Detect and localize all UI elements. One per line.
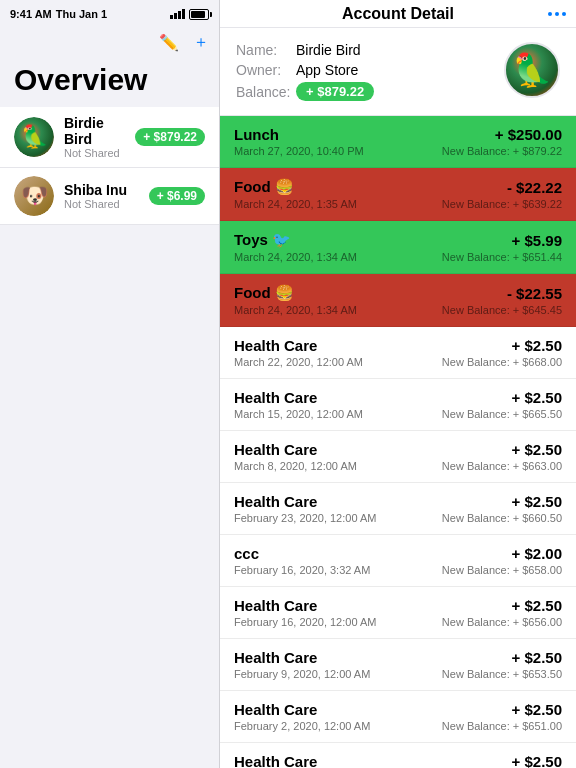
overview-title: Overview bbox=[0, 57, 219, 107]
transaction-item[interactable]: Health Care + $2.50 February 9, 2020, 12… bbox=[220, 639, 576, 691]
transaction-item[interactable]: Food 🍔 - $22.55 March 24, 2020, 1:34 AM … bbox=[220, 274, 576, 327]
transaction-category: Health Care bbox=[234, 337, 317, 354]
transaction-new-balance: New Balance: + $663.00 bbox=[442, 460, 562, 472]
transaction-item[interactable]: Health Care + $2.50 March 8, 2020, 12:00… bbox=[220, 431, 576, 483]
transaction-item[interactable]: Lunch + $250.00 March 27, 2020, 10:40 PM… bbox=[220, 116, 576, 168]
battery-icon bbox=[189, 9, 209, 20]
account-badge-birdie: + $879.22 bbox=[135, 128, 205, 146]
transaction-amount: + $2.50 bbox=[512, 649, 562, 666]
transaction-new-balance: New Balance: + $660.50 bbox=[442, 512, 562, 524]
transaction-category: Health Care bbox=[234, 493, 317, 510]
transaction-new-balance: New Balance: + $645.45 bbox=[442, 304, 562, 316]
account-name-birdie: Birdie Bird bbox=[64, 115, 135, 147]
left-toolbar: ✏️ ＋ bbox=[0, 28, 219, 57]
transaction-top: ccc + $2.00 bbox=[234, 545, 562, 562]
account-badge-shiba: + $6.99 bbox=[149, 187, 205, 205]
transaction-top: Health Care + $2.50 bbox=[234, 337, 562, 354]
edit-icon[interactable]: ✏️ bbox=[159, 33, 179, 52]
transaction-category: Health Care bbox=[234, 389, 317, 406]
right-nav-bar: Account Detail bbox=[220, 0, 576, 28]
transaction-amount: + $2.50 bbox=[512, 597, 562, 614]
right-panel-title: Account Detail bbox=[342, 5, 454, 23]
name-value: Birdie Bird bbox=[296, 42, 361, 58]
transaction-new-balance: New Balance: + $656.00 bbox=[442, 616, 562, 628]
account-info-shiba: Shiba Inu Not Shared bbox=[64, 182, 149, 210]
transaction-amount: + $5.99 bbox=[512, 232, 562, 249]
transaction-amount: + $250.00 bbox=[495, 126, 562, 143]
transaction-item[interactable]: Health Care + $2.50 March 15, 2020, 12:0… bbox=[220, 379, 576, 431]
transaction-amount: + $2.50 bbox=[512, 441, 562, 458]
transaction-list[interactable]: Lunch + $250.00 March 27, 2020, 10:40 PM… bbox=[220, 116, 576, 768]
left-panel: 9:41 AM Thu Jan 1 ✏️ ＋ Overview 🦜 Birdie… bbox=[0, 0, 220, 768]
transaction-bottom: February 16, 2020, 3:32 AM New Balance: … bbox=[234, 564, 562, 576]
day-label: Thu Jan 1 bbox=[56, 8, 107, 20]
transaction-category: Lunch bbox=[234, 126, 279, 143]
status-bar-left: 9:41 AM Thu Jan 1 bbox=[0, 0, 219, 28]
transaction-bottom: March 27, 2020, 10:40 PM New Balance: + … bbox=[234, 145, 562, 157]
transaction-top: Health Care + $2.50 bbox=[234, 441, 562, 458]
transaction-date: March 24, 2020, 1:35 AM bbox=[234, 198, 357, 210]
transaction-item[interactable]: Health Care + $2.50 January 26, 2020, 12… bbox=[220, 743, 576, 768]
transaction-amount: + $2.50 bbox=[512, 701, 562, 718]
account-item-shiba[interactable]: 🐶 Shiba Inu Not Shared + $6.99 bbox=[0, 168, 219, 225]
status-right bbox=[170, 9, 209, 20]
transaction-item[interactable]: ccc + $2.00 February 16, 2020, 3:32 AM N… bbox=[220, 535, 576, 587]
status-left: 9:41 AM Thu Jan 1 bbox=[10, 8, 107, 20]
owner-label: Owner: bbox=[236, 62, 296, 78]
avatar-birdie: 🦜 bbox=[14, 117, 54, 157]
transaction-date: February 16, 2020, 12:00 AM bbox=[234, 616, 376, 628]
transaction-date: March 8, 2020, 12:00 AM bbox=[234, 460, 357, 472]
transaction-bottom: February 2, 2020, 12:00 AM New Balance: … bbox=[234, 720, 562, 732]
transaction-new-balance: New Balance: + $879.22 bbox=[442, 145, 562, 157]
transaction-date: February 16, 2020, 3:32 AM bbox=[234, 564, 370, 576]
transaction-amount: + $2.50 bbox=[512, 493, 562, 510]
transaction-new-balance: New Balance: + $651.44 bbox=[442, 251, 562, 263]
transaction-top: Health Care + $2.50 bbox=[234, 753, 562, 768]
transaction-category: Health Care bbox=[234, 701, 317, 718]
transaction-date: March 27, 2020, 10:40 PM bbox=[234, 145, 364, 157]
transaction-item[interactable]: Health Care + $2.50 February 23, 2020, 1… bbox=[220, 483, 576, 535]
transaction-bottom: March 24, 2020, 1:35 AM New Balance: + $… bbox=[234, 198, 562, 210]
transaction-bottom: February 23, 2020, 12:00 AM New Balance:… bbox=[234, 512, 562, 524]
account-name-shiba: Shiba Inu bbox=[64, 182, 149, 198]
transaction-category: ccc bbox=[234, 545, 259, 562]
account-item-birdie[interactable]: 🦜 Birdie Bird Not Shared + $879.22 bbox=[0, 107, 219, 168]
time-label: 9:41 AM bbox=[10, 8, 52, 20]
balance-label: Balance: bbox=[236, 84, 296, 100]
transaction-date: February 2, 2020, 12:00 AM bbox=[234, 720, 370, 732]
owner-value: App Store bbox=[296, 62, 358, 78]
more-options-icon[interactable] bbox=[548, 12, 566, 16]
transaction-bottom: March 24, 2020, 1:34 AM New Balance: + $… bbox=[234, 251, 562, 263]
account-sub-birdie: Not Shared bbox=[64, 147, 135, 159]
transaction-new-balance: New Balance: + $639.22 bbox=[442, 198, 562, 210]
transaction-top: Health Care + $2.50 bbox=[234, 389, 562, 406]
transaction-new-balance: New Balance: + $653.50 bbox=[442, 668, 562, 680]
transaction-item[interactable]: Health Care + $2.50 February 2, 2020, 12… bbox=[220, 691, 576, 743]
transaction-item[interactable]: Health Care + $2.50 February 16, 2020, 1… bbox=[220, 587, 576, 639]
detail-row-balance: Balance: + $879.22 bbox=[236, 82, 504, 101]
transaction-amount: + $2.50 bbox=[512, 389, 562, 406]
transaction-top: Health Care + $2.50 bbox=[234, 493, 562, 510]
transaction-new-balance: New Balance: + $668.00 bbox=[442, 356, 562, 368]
transaction-bottom: March 8, 2020, 12:00 AM New Balance: + $… bbox=[234, 460, 562, 472]
transaction-item[interactable]: Toys 🐦 + $5.99 March 24, 2020, 1:34 AM N… bbox=[220, 221, 576, 274]
transaction-bottom: February 16, 2020, 12:00 AM New Balance:… bbox=[234, 616, 562, 628]
balance-badge: + $879.22 bbox=[296, 82, 374, 101]
account-detail-header: Name: Birdie Bird Owner: App Store Balan… bbox=[220, 28, 576, 116]
transaction-bottom: March 15, 2020, 12:00 AM New Balance: + … bbox=[234, 408, 562, 420]
transaction-item[interactable]: Health Care + $2.50 March 22, 2020, 12:0… bbox=[220, 327, 576, 379]
account-detail-info: Name: Birdie Bird Owner: App Store Balan… bbox=[236, 42, 504, 105]
transaction-top: Food 🍔 - $22.55 bbox=[234, 284, 562, 302]
transaction-top: Toys 🐦 + $5.99 bbox=[234, 231, 562, 249]
transaction-new-balance: New Balance: + $651.00 bbox=[442, 720, 562, 732]
transaction-item[interactable]: Food 🍔 - $22.22 March 24, 2020, 1:35 AM … bbox=[220, 168, 576, 221]
transaction-date: February 23, 2020, 12:00 AM bbox=[234, 512, 376, 524]
transaction-amount: + $2.50 bbox=[512, 337, 562, 354]
transaction-bottom: March 22, 2020, 12:00 AM New Balance: + … bbox=[234, 356, 562, 368]
transaction-category: Food 🍔 bbox=[234, 178, 294, 196]
transaction-new-balance: New Balance: + $658.00 bbox=[442, 564, 562, 576]
transaction-date: March 22, 2020, 12:00 AM bbox=[234, 356, 363, 368]
detail-row-owner: Owner: App Store bbox=[236, 62, 504, 78]
transaction-date: March 24, 2020, 1:34 AM bbox=[234, 304, 357, 316]
add-icon[interactable]: ＋ bbox=[193, 32, 209, 53]
